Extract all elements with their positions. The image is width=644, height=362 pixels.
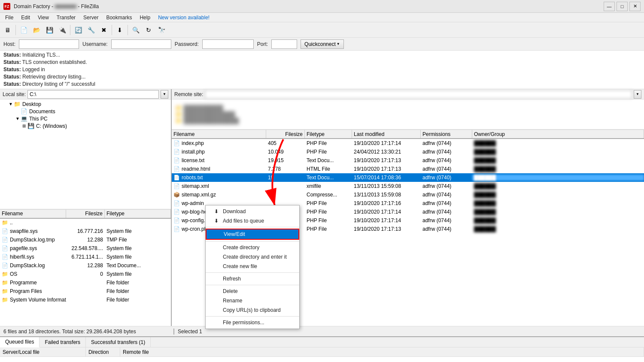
status-panel: Status: Initializing TLS... Status: TLS … xyxy=(0,51,644,89)
username-input[interactable] xyxy=(111,39,171,49)
remote-file-row[interactable]: 📄index.php 405 PHP File 19/10/2020 17:17… xyxy=(172,139,644,148)
ctx-file-perms[interactable]: File permissions... xyxy=(206,318,299,327)
tree-item-windows[interactable]: ⊞ 💾 C: (Windows) xyxy=(0,122,171,130)
toolbar-disconnect[interactable]: 🔌 xyxy=(56,24,68,36)
toolbar-search[interactable]: 🔍 xyxy=(130,24,142,36)
local-file-row[interactable]: 📁Programme File folder xyxy=(0,279,171,287)
remote-col-filesize[interactable]: Filesize xyxy=(266,130,305,138)
menu-server[interactable]: Server xyxy=(80,14,102,21)
title-text: Domain Factory - ■■■■■■■ - FileZilla xyxy=(14,3,99,9)
toolbar-filter[interactable]: 🔧 xyxy=(85,24,97,36)
local-col-filetype[interactable]: Filetype xyxy=(105,210,171,218)
ctx-delete[interactable]: Delete xyxy=(206,287,299,296)
file-icon: 📄 xyxy=(173,157,180,163)
local-file-row[interactable]: 📁.. xyxy=(0,219,171,227)
toolbar-reconnect[interactable]: 🔄 xyxy=(72,24,84,36)
tab-failed-transfers[interactable]: Failed transfers xyxy=(39,337,86,347)
toolbar-sep-3 xyxy=(112,25,112,35)
local-file-row[interactable]: 📁Program Files File folder xyxy=(0,287,171,296)
add-queue-icon: ⬇ xyxy=(214,218,223,224)
remote-site-input[interactable] xyxy=(205,90,632,99)
ctx-rename[interactable]: Rename xyxy=(206,296,299,305)
local-file-row[interactable]: 📁OS 0 System file xyxy=(0,270,171,279)
folder-icon: 📁 xyxy=(14,101,21,107)
tree-item-thispc[interactable]: ▼ 💻 This PC xyxy=(0,115,171,122)
minimize-button[interactable]: — xyxy=(604,2,615,11)
tree-item-documents[interactable]: 📄 Documents xyxy=(0,108,171,115)
local-site-label: Local site: xyxy=(3,91,26,97)
toolbar-save[interactable]: 💾 xyxy=(43,24,55,36)
local-file-row[interactable]: 📄swapfile.sys 16.777.216 System file xyxy=(0,227,171,236)
local-file-row[interactable]: 📁System Volume Informati... File folder xyxy=(0,296,171,305)
menu-bar: File Edit View Transfer Server Bookmarks… xyxy=(0,13,644,22)
toolbar-open[interactable]: 📂 xyxy=(30,24,43,36)
host-input[interactable] xyxy=(19,39,79,49)
col-direction[interactable]: Direction xyxy=(86,347,120,356)
ctx-create-dir[interactable]: Create directory xyxy=(206,243,299,252)
remote-col-owner[interactable]: Owner/Group xyxy=(472,130,644,138)
remote-col-permissions[interactable]: Permissions xyxy=(421,130,472,138)
local-site-dropdown[interactable]: ▼ xyxy=(161,90,168,99)
toolbar-new-tab[interactable]: 📄 xyxy=(18,24,30,36)
menu-new-version[interactable]: New version available! xyxy=(155,14,213,21)
ctx-refresh[interactable]: Refresh xyxy=(206,274,299,284)
ctx-create-dir-enter[interactable]: Create directory and enter it xyxy=(206,252,299,262)
ctx-copy-url[interactable]: Copy URL(s) to clipboard xyxy=(206,305,299,315)
file-icon: 📄 xyxy=(173,175,180,181)
menu-view[interactable]: View xyxy=(34,14,52,21)
remote-file-row[interactable]: 📄license.txt 19.915 Text Docu... 19/10/2… xyxy=(172,156,644,165)
col-server-local[interactable]: Server/Local file xyxy=(0,347,86,356)
connection-bar: Host: Username: Password: Port: Quickcon… xyxy=(0,38,644,51)
remote-col-filetype[interactable]: Filetype xyxy=(305,130,352,138)
menu-bookmarks[interactable]: Bookmarks xyxy=(103,14,135,21)
tab-queued-files[interactable]: Queued files xyxy=(0,337,39,347)
password-label: Password: xyxy=(175,41,199,47)
transfer-tabs: Queued files Failed transfers Successful… xyxy=(0,337,644,347)
toolbar-binoculars[interactable]: 🔭 xyxy=(155,24,167,36)
file-icon: 📄 xyxy=(173,140,180,146)
local-file-row[interactable]: 📄DumpStack.log.tmp 12.288 TMP File xyxy=(0,236,171,244)
remote-file-row[interactable]: 📄install.php 10.049 PHP File 24/04/2012 … xyxy=(172,148,644,156)
tree-item-desktop[interactable]: ▼ 📁 Desktop xyxy=(0,100,171,108)
port-input[interactable] xyxy=(271,39,297,49)
close-button[interactable]: ✕ xyxy=(629,2,641,11)
ctx-create-file[interactable]: Create new file xyxy=(206,262,299,271)
local-panel: Local site: ▼ ▼ 📁 Desktop 📄 Documents xyxy=(0,89,172,326)
local-file-row[interactable]: 📄pagefile.sys 22.548.578.... System file xyxy=(0,244,171,253)
menu-help[interactable]: Help xyxy=(136,14,154,21)
local-file-row[interactable]: 📄DumpStack.log 12.288 Text Docume... xyxy=(0,262,171,270)
remote-col-filename[interactable]: Filename xyxy=(172,130,266,138)
password-input[interactable] xyxy=(202,39,254,49)
quickconnect-button[interactable]: Quickconnect ▼ xyxy=(301,39,344,49)
toolbar-cancel[interactable]: ✖ xyxy=(98,24,110,36)
remote-col-modified[interactable]: Last modified xyxy=(352,130,421,138)
ctx-separator-1 xyxy=(206,227,299,227)
local-file-row[interactable]: 📄hiberfil.sys 6.721.114.1... System file xyxy=(0,253,171,262)
folder-icon: 📁 xyxy=(2,288,8,294)
remote-file-row[interactable]: 📄readme.html 7.278 HTML File 19/10/2020 … xyxy=(172,165,644,173)
col-remote-file[interactable]: Remote file xyxy=(120,347,644,356)
remote-file-row[interactable]: 📄sitemap.xml xmlfile 13/11/2013 15:59:08… xyxy=(172,182,644,190)
local-col-filesize[interactable]: Filesize xyxy=(66,210,105,218)
file-icon: 📄 xyxy=(2,262,8,268)
toolbar-transfer-queue[interactable]: ⬇ xyxy=(114,24,126,36)
menu-transfer[interactable]: Transfer xyxy=(53,14,79,21)
menu-file[interactable]: File xyxy=(2,14,17,21)
menu-edit[interactable]: Edit xyxy=(18,14,33,21)
local-tree: ▼ 📁 Desktop 📄 Documents ▼ 💻 This PC xyxy=(0,100,171,209)
toolbar-refresh[interactable]: ↻ xyxy=(143,24,155,36)
ctx-add-queue[interactable]: ⬇ Add files to queue xyxy=(206,216,299,226)
file-icon: 📄 xyxy=(173,226,180,232)
remote-site-dropdown[interactable]: ▼ xyxy=(634,90,641,99)
local-col-filename[interactable]: Filename xyxy=(0,210,66,218)
remote-file-row-selected[interactable]: 📄robots.txt 19 Text Docu... 15/07/2014 1… xyxy=(172,173,644,182)
ctx-view-edit[interactable]: View/Edit xyxy=(206,229,299,240)
local-site-input[interactable] xyxy=(27,90,159,99)
maximize-button[interactable]: □ xyxy=(617,2,628,11)
remote-file-row[interactable]: 📦sitemap.xml.gz Compresse... 13/11/2013 … xyxy=(172,190,644,199)
ctx-download[interactable]: ⬇ Download xyxy=(206,207,299,216)
tab-successful-transfers[interactable]: Successful transfers (1) xyxy=(86,337,151,347)
ctx-separator-5 xyxy=(206,316,299,317)
toolbar-sep-2 xyxy=(70,25,70,35)
toolbar-site-manager[interactable]: 🖥 xyxy=(2,24,14,36)
